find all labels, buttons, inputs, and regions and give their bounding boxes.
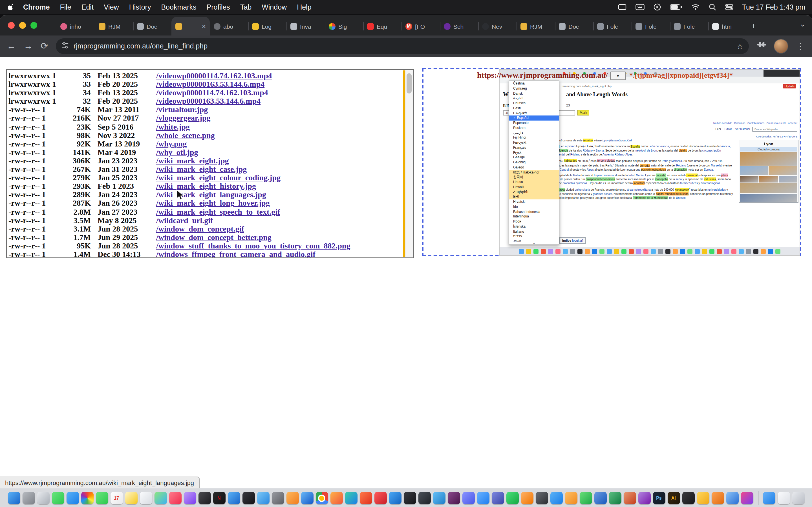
tab-Nev[interactable]: Nev bbox=[478, 17, 516, 36]
language-option[interactable]: Fiji Hindi bbox=[509, 135, 559, 140]
dock-powerpoint-icon[interactable] bbox=[623, 492, 636, 504]
language-option[interactable]: Deutsch bbox=[509, 101, 559, 106]
language-option[interactable]: Esperanto bbox=[509, 121, 559, 126]
display-icon[interactable] bbox=[618, 4, 626, 10]
tune-icon[interactable] bbox=[62, 42, 69, 51]
language-option[interactable]: ✓ Español bbox=[509, 116, 559, 121]
dock-spotify-icon[interactable] bbox=[506, 492, 518, 504]
dock-document-icon[interactable] bbox=[777, 492, 790, 504]
dock-mail-icon[interactable] bbox=[66, 492, 79, 504]
dock-brave-icon[interactable] bbox=[359, 492, 372, 504]
dock-weather-icon[interactable] bbox=[257, 492, 269, 504]
file-link[interactable]: /vloggergear.jpg bbox=[149, 114, 413, 122]
dock-slack-icon[interactable] bbox=[448, 492, 460, 504]
file-link[interactable]: /wiki_mark_eight.jpg bbox=[149, 157, 413, 165]
dock-terminal-icon[interactable] bbox=[403, 492, 416, 504]
dock-trash-icon[interactable] bbox=[792, 492, 804, 504]
dock-camera-icon[interactable] bbox=[271, 492, 284, 504]
language-option[interactable]: Føroyskt bbox=[509, 140, 559, 145]
tab-Doc[interactable]: Doc bbox=[133, 17, 171, 36]
dock-chrome-icon[interactable] bbox=[315, 492, 328, 504]
dock-photos-icon[interactable] bbox=[81, 492, 93, 504]
tab-[FO[interactable]: M[FO bbox=[402, 17, 440, 36]
file-link[interactable]: /wiki_mark_eight_history.jpg bbox=[149, 182, 413, 190]
menu-help[interactable]: Help bbox=[297, 3, 311, 11]
close-tab-icon[interactable]: × bbox=[202, 23, 206, 30]
language-option[interactable]: हिन्दी bbox=[509, 194, 559, 200]
file-link[interactable]: /window_dom_concept_better.png bbox=[149, 233, 413, 242]
menu-window[interactable]: Window bbox=[262, 3, 287, 11]
language-option[interactable]: Français bbox=[509, 145, 559, 151]
language-option[interactable]: עברית bbox=[509, 234, 559, 239]
new-tab-button[interactable]: + bbox=[751, 21, 756, 31]
reload-icon[interactable]: ⟳ bbox=[41, 42, 48, 51]
language-option[interactable]: Ελληνικά bbox=[509, 111, 559, 116]
menu-bookmarks[interactable]: Bookmarks bbox=[161, 3, 196, 11]
language-option[interactable]: Ido bbox=[509, 205, 559, 210]
dock-messages-icon[interactable] bbox=[52, 492, 64, 504]
dock-word-icon[interactable] bbox=[594, 492, 606, 504]
dock-obs-icon[interactable] bbox=[536, 492, 548, 504]
menu-file[interactable]: File bbox=[60, 3, 71, 11]
dock-facetime-icon[interactable] bbox=[96, 492, 108, 504]
control-center-icon[interactable] bbox=[725, 4, 733, 10]
dock-maps-icon[interactable] bbox=[154, 492, 167, 504]
dock-opera-icon[interactable] bbox=[374, 492, 387, 504]
menu-edit[interactable]: Edit bbox=[82, 3, 94, 11]
dock-numbers-icon[interactable] bbox=[579, 492, 592, 504]
file-link[interactable]: /virtualtour.jpg bbox=[149, 106, 413, 114]
tab-htm[interactable]: htm bbox=[708, 17, 747, 36]
dock-excel-icon[interactable] bbox=[609, 492, 621, 504]
dock-discord-icon[interactable] bbox=[462, 492, 474, 504]
dock-reminders-icon[interactable] bbox=[140, 492, 152, 504]
file-link[interactable]: /wiki_mark_eight_languages.jpg bbox=[149, 191, 413, 199]
tab-Equ[interactable]: Equ bbox=[363, 17, 402, 36]
dock-netflix-icon[interactable]: N bbox=[213, 492, 225, 504]
dock-github-icon[interactable] bbox=[418, 492, 430, 504]
language-option[interactable]: 한국어 bbox=[509, 175, 559, 180]
apple-menu-icon[interactable] bbox=[8, 3, 15, 11]
dock-teams-icon[interactable] bbox=[492, 492, 504, 504]
menu-kebab-icon[interactable]: ⋮ bbox=[796, 41, 805, 51]
language-option[interactable]: فارسی bbox=[509, 130, 559, 135]
dock-photoshop-icon[interactable]: Ps bbox=[653, 492, 665, 504]
menu-tab[interactable]: Tab bbox=[240, 3, 252, 11]
url-text[interactable]: rjmprogramming.com.au/one_line_find.php bbox=[73, 42, 732, 50]
dock-calendar-icon[interactable]: 17 bbox=[110, 492, 123, 504]
file-link[interactable]: /window_dom_concept.gif bbox=[149, 224, 413, 233]
search-icon[interactable] bbox=[709, 3, 716, 11]
tab-Folc[interactable]: Folc bbox=[593, 17, 631, 36]
dock-notes-icon[interactable] bbox=[125, 492, 137, 504]
wiki-tab-leer[interactable]: Leer bbox=[716, 127, 721, 131]
dock-intellij-icon[interactable] bbox=[741, 492, 753, 504]
update-button[interactable]: Update bbox=[783, 84, 797, 89]
language-option[interactable]: Cymraeg bbox=[509, 86, 559, 91]
file-link[interactable]: /why.png bbox=[149, 140, 413, 148]
dock-launchpad-icon[interactable] bbox=[37, 492, 49, 504]
wiki-tab-editar[interactable]: Editar bbox=[725, 127, 732, 131]
file-link[interactable]: /wiki_mark_eight_speech_to_text.gif bbox=[149, 208, 413, 216]
menu-history[interactable]: History bbox=[129, 3, 151, 11]
tab-abo[interactable]: abo bbox=[210, 17, 248, 36]
wiki-coordinates[interactable]: Coordenadas: 45°45′32″N 4°50′29″E bbox=[756, 135, 797, 138]
extensions-icon[interactable] bbox=[757, 41, 766, 52]
wiki-search-input[interactable] bbox=[752, 127, 797, 132]
bookmark-star-icon[interactable]: ☆ bbox=[737, 42, 743, 50]
language-option[interactable]: Italiano bbox=[509, 229, 559, 234]
language-option[interactable]: Eesti bbox=[509, 106, 559, 111]
tab-RJM[interactable]: RJM bbox=[95, 17, 133, 36]
dock-safari-icon[interactable] bbox=[301, 492, 313, 504]
scrollbar[interactable] bbox=[405, 70, 413, 257]
language-option[interactable]: Hawaiʻi bbox=[509, 185, 559, 190]
wifi-icon[interactable] bbox=[691, 4, 700, 10]
file-link[interactable]: /wiki_mark_eight_colour_coding.jpg bbox=[149, 173, 413, 182]
dock-onenote-icon[interactable] bbox=[638, 492, 651, 504]
language-option[interactable]: Frysk bbox=[509, 150, 559, 155]
tab-Sig[interactable]: Sig bbox=[325, 17, 363, 36]
tab-Doc[interactable]: Doc bbox=[555, 17, 593, 36]
dock-vscode-icon[interactable] bbox=[389, 492, 401, 504]
dock-pages-icon[interactable] bbox=[565, 492, 577, 504]
dock-settings-icon[interactable] bbox=[22, 492, 35, 504]
language-option[interactable]: Ирон bbox=[509, 219, 559, 224]
file-link[interactable]: /window_stuff_thanks_to_moo_you_tistory_… bbox=[149, 242, 413, 250]
